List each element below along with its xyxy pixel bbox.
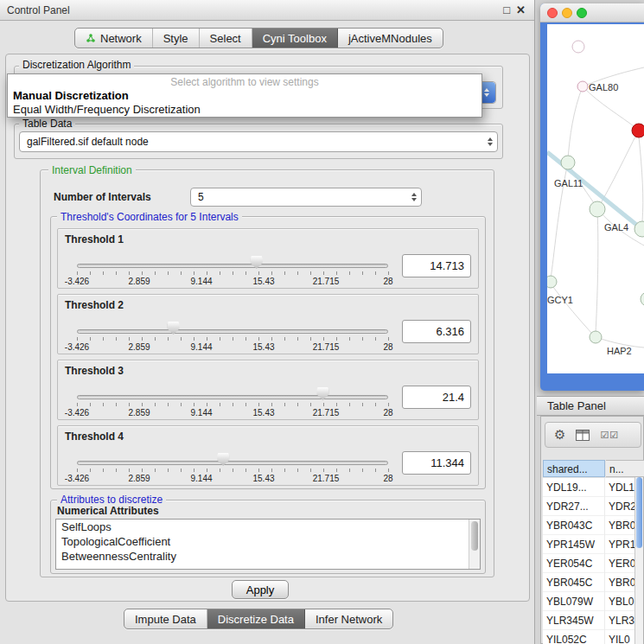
table-data-label: Table Data	[19, 118, 75, 130]
tab-jactivemnodules[interactable]: jActiveMNodules	[338, 29, 443, 48]
threshold-3-value-field[interactable]	[402, 386, 471, 409]
network-canvas[interactable]: GAL80 GAL11 GAL4 GCY1 HAP2	[547, 24, 644, 373]
numerical-attributes-label: Numerical Attributes	[57, 505, 159, 517]
table-row[interactable]: YBR043CYBR0	[543, 516, 643, 535]
interval-definition-title: Interval Definition	[48, 164, 136, 176]
top-tab-strip: Network Style Select Cyni Toolbox jActiv…	[74, 28, 443, 48]
algorithm-dropdown-popup: Select algorithm to view settings Manual…	[7, 73, 482, 118]
threshold-1-value-field[interactable]	[402, 254, 471, 277]
table-scrollbar[interactable]	[634, 477, 643, 644]
gear-icon[interactable]: ⚙	[554, 427, 565, 443]
tab-network[interactable]: Network	[75, 29, 153, 48]
list-item-betweennesscentrality[interactable]: BetweennessCentrality	[56, 549, 480, 564]
table-row[interactable]: YPR145WYPR1	[543, 535, 643, 554]
node-label-gal11: GAL11	[554, 178, 583, 188]
thresholds-group-title: Threshold's Coordinates for 5 Intervals	[57, 211, 242, 223]
threshold-1-slider-track[interactable]	[77, 264, 388, 268]
network-graph: GAL80 GAL11 GAL4 GCY1 HAP2	[547, 24, 644, 373]
table-row[interactable]: YBL079WYBL0	[543, 592, 643, 611]
network-view-window: GAL80 GAL11 GAL4 GCY1 HAP2	[540, 3, 644, 391]
slider-tick-marks	[77, 403, 389, 406]
tab-select[interactable]: Select	[200, 29, 252, 48]
table-row[interactable]: YBR045CYBR0	[543, 573, 643, 592]
list-item-selfloops[interactable]: SelfLoops	[56, 520, 480, 534]
table-row[interactable]: YDL19...YDL1	[543, 478, 643, 497]
threshold-3-label: Threshold 3	[65, 365, 124, 377]
attributes-group-title: Attributes to discretize	[57, 494, 166, 506]
tab-discretize-data[interactable]: Discretize Data	[207, 609, 305, 628]
network-node-gal4[interactable]	[590, 201, 605, 217]
threshold-1-label: Threshold 1	[65, 233, 124, 245]
number-of-intervals-label: Number of Intervals	[54, 191, 151, 203]
control-panel-titlebar: Control Panel □ ✕	[0, 0, 534, 21]
float-window-icon[interactable]: □	[503, 0, 510, 21]
dropdown-option-manual-discretization[interactable]: Manual Discretization	[13, 89, 129, 102]
select-rows-checkbox-icons[interactable]: ☑☑	[600, 430, 619, 441]
threshold-4-slider-track[interactable]	[77, 461, 388, 465]
tab-infer-network[interactable]: Infer Network	[305, 609, 392, 628]
mac-zoom-icon[interactable]	[577, 8, 587, 18]
combo-stepper-icon	[483, 137, 497, 146]
tab-impute-data[interactable]: Impute Data	[124, 609, 207, 628]
columns-icon[interactable]	[576, 430, 590, 441]
table-row[interactable]: YER054CYER0	[543, 554, 643, 573]
node-label-gal4: GAL4	[604, 222, 628, 233]
table-row[interactable]: YLR345WYLR3	[543, 611, 643, 630]
apply-button[interactable]: Apply	[232, 580, 289, 599]
slider-tick-marks	[77, 469, 389, 472]
network-window-titlebar	[540, 3, 644, 22]
threshold-2-slider-track[interactable]	[77, 329, 388, 334]
table-data-combobox[interactable]: galFiltered.sif default node	[19, 131, 498, 152]
algorithm-group-title: Discretization Algorithm	[19, 59, 134, 71]
bottom-tab-strip: Impute Data Discretize Data Infer Networ…	[124, 609, 393, 629]
node-label-gal80: GAL80	[589, 82, 618, 92]
numerical-attributes-list: SelfLoops TopologicalCoefficient Between…	[55, 519, 481, 570]
table-panel-titlebar: Table Panel	[537, 396, 644, 416]
threshold-2-panel: Threshold 2 -3.426 2.859 9.144 15.43 21.…	[57, 294, 479, 354]
combo-stepper-icon	[407, 193, 421, 201]
list-item-topologicalcoefficient[interactable]: TopologicalCoefficient	[56, 534, 480, 549]
threshold-4-value-field[interactable]	[402, 451, 471, 475]
table-panel: ⚙ ☑☑ shared... n... YDL19...YDL1 YDR27..…	[540, 416, 644, 644]
network-node[interactable]	[572, 41, 584, 53]
control-panel-window: Control Panel □ ✕ Network Style Select C…	[0, 0, 535, 644]
node-label-gcy1: GCY1	[547, 295, 573, 305]
threshold-1-panel: Threshold 1 -3.426 2.859 9.144 15.43 21.…	[57, 228, 479, 289]
table-row[interactable]: YIL052CYIL0	[543, 630, 643, 644]
network-node-gcy1[interactable]	[547, 276, 557, 288]
list-scrollbar[interactable]	[469, 520, 480, 569]
network-node[interactable]	[641, 292, 644, 306]
tab-label: Network	[100, 32, 142, 45]
list-scrollbar-thumb[interactable]	[471, 521, 478, 551]
network-node-gal80[interactable]	[577, 81, 588, 92]
threshold-4-label: Threshold 4	[65, 430, 124, 443]
mac-minimize-icon[interactable]	[562, 8, 572, 18]
tab-cyni-toolbox[interactable]: Cyni Toolbox	[252, 29, 338, 48]
table-toolbar: ⚙ ☑☑	[545, 422, 641, 448]
threshold-3-panel: Threshold 3 -3.426 2.859 9.144 15.43 21.…	[57, 360, 479, 420]
slider-tick-marks	[77, 271, 389, 275]
mac-close-icon[interactable]	[547, 8, 558, 18]
algorithm-placeholder: Select algorithm to view settings	[8, 76, 481, 88]
network-node-hap2[interactable]	[590, 331, 602, 343]
table-scrollbar-thumb[interactable]	[636, 477, 642, 548]
threshold-2-label: Threshold 2	[65, 299, 124, 311]
network-node-gal11[interactable]	[561, 156, 575, 169]
number-of-intervals-combobox[interactable]: 5	[190, 188, 422, 207]
table-row[interactable]: YDR27...YDR2	[543, 497, 643, 516]
threshold-3-slider-track[interactable]	[77, 395, 388, 399]
tab-style[interactable]: Style	[153, 29, 200, 48]
threshold-4-panel: Threshold 4 -3.426 2.859 9.144 15.43 21.…	[57, 425, 479, 486]
slider-tick-marks	[77, 337, 389, 341]
threshold-2-value-field[interactable]	[402, 320, 471, 343]
column-header-name[interactable]: n...	[606, 460, 644, 477]
node-label-hap2: HAP2	[607, 346, 632, 356]
column-header-shared-name[interactable]: shared...	[543, 460, 605, 477]
network-node-selected-red[interactable]	[632, 124, 644, 137]
panel-title: Control Panel	[7, 0, 70, 21]
network-icon	[86, 33, 96, 43]
table-panel-title: Table Panel	[547, 397, 606, 415]
close-icon[interactable]: ✕	[516, 0, 526, 21]
dropdown-option-equal-width[interactable]: Equal Width/Frequency Discretization	[13, 103, 201, 116]
